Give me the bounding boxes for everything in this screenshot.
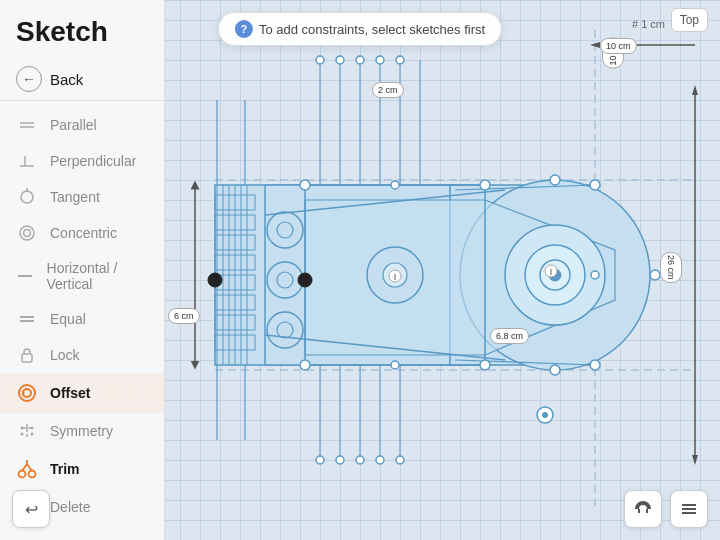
bottom-left-controls: ↩ — [12, 490, 50, 528]
equal-icon — [16, 310, 38, 328]
svg-point-71 — [316, 56, 324, 64]
svg-point-78 — [356, 456, 364, 464]
sidebar-item-concentric[interactable]: Concentric — [0, 215, 164, 251]
svg-rect-101 — [22, 354, 32, 362]
svg-point-79 — [376, 456, 384, 464]
offset-icon — [16, 382, 38, 404]
sidebar-item-equal[interactable]: Equal — [0, 301, 164, 337]
svg-marker-56 — [692, 85, 698, 95]
parallel-icon — [16, 116, 38, 134]
undo-button[interactable]: ↩ — [12, 490, 50, 528]
svg-text:I: I — [394, 272, 397, 282]
hv-label: Horizontal / Vertical — [47, 260, 148, 292]
scale-indicator: # 1 cm — [632, 18, 665, 30]
sidebar-item-parallel[interactable]: Parallel — [0, 107, 164, 143]
hv-icon — [16, 267, 35, 285]
lock-icon — [16, 346, 38, 364]
trim-icon — [16, 458, 38, 480]
svg-point-74 — [376, 56, 384, 64]
svg-point-70 — [208, 273, 222, 287]
svg-point-108 — [31, 433, 34, 436]
dimension-label-26cm: 26 cm — [660, 252, 682, 283]
svg-point-63 — [480, 360, 490, 370]
back-arrow-icon: ← — [16, 66, 42, 92]
trim-label: Trim — [50, 461, 80, 477]
tangent-label: Tangent — [50, 189, 100, 205]
sidebar-item-trim[interactable]: Trim — [0, 449, 164, 489]
svg-point-96 — [20, 226, 34, 240]
dimension-label-2cm: 2 cm — [372, 82, 404, 98]
app-title: Sketch — [0, 8, 164, 58]
bottom-right-controls — [624, 490, 708, 528]
tangent-icon — [16, 188, 38, 206]
svg-point-62 — [300, 360, 310, 370]
parallel-label: Parallel — [50, 117, 97, 133]
svg-point-110 — [29, 471, 36, 478]
svg-point-107 — [21, 433, 24, 436]
svg-point-76 — [316, 456, 324, 464]
sidebar-item-lock[interactable]: Lock — [0, 337, 164, 373]
svg-point-105 — [21, 427, 24, 430]
svg-marker-57 — [692, 455, 698, 465]
sidebar: Sketch ← Back Parallel Perpendicular — [0, 0, 165, 540]
svg-point-97 — [24, 230, 31, 237]
svg-point-106 — [31, 427, 34, 430]
back-label: Back — [50, 71, 83, 88]
symmetry-icon — [16, 422, 38, 440]
sidebar-item-horizontal-vertical[interactable]: Horizontal / Vertical — [0, 251, 164, 301]
perpendicular-label: Perpendicular — [50, 153, 136, 169]
svg-point-80 — [396, 456, 404, 464]
svg-point-61 — [480, 180, 490, 190]
symmetry-label: Symmetry — [50, 423, 113, 439]
perpendicular-icon — [16, 152, 38, 170]
svg-point-64 — [590, 180, 600, 190]
svg-point-75 — [396, 56, 404, 64]
svg-point-77 — [336, 456, 344, 464]
svg-point-84 — [391, 361, 399, 369]
sketch-canvas[interactable]: I I — [165, 0, 720, 540]
svg-point-65 — [590, 360, 600, 370]
top-label-panel: Top — [671, 8, 708, 32]
notification-text: To add constraints, select sketches firs… — [259, 22, 485, 37]
dimension-label-10cm: 10 cm — [600, 38, 637, 54]
dimension-label-6cm: 6 cm — [168, 308, 200, 324]
top-label-text: Top — [680, 13, 699, 27]
svg-point-66 — [650, 270, 660, 280]
equal-label: Equal — [50, 311, 86, 327]
svg-point-94 — [21, 191, 33, 203]
svg-point-73 — [356, 56, 364, 64]
svg-point-60 — [300, 180, 310, 190]
magnet-button[interactable] — [624, 490, 662, 528]
svg-point-67 — [550, 175, 560, 185]
svg-point-103 — [23, 389, 31, 397]
svg-line-112 — [27, 464, 32, 471]
lock-label: Lock — [50, 347, 80, 363]
svg-point-82 — [542, 412, 548, 418]
sidebar-item-tangent[interactable]: Tangent — [0, 179, 164, 215]
back-button[interactable]: ← Back — [0, 58, 164, 101]
sidebar-item-symmetry[interactable]: Symmetry — [0, 413, 164, 449]
dimension-label-68cm: 6.8 cm — [490, 328, 529, 344]
menu-button[interactable] — [670, 490, 708, 528]
delete-label: Delete — [50, 499, 90, 515]
sidebar-item-perpendicular[interactable]: Perpendicular — [0, 143, 164, 179]
svg-point-102 — [19, 385, 35, 401]
offset-label: Offset — [50, 385, 90, 401]
svg-text:I: I — [550, 267, 553, 277]
svg-point-72 — [336, 56, 344, 64]
svg-point-85 — [591, 271, 599, 279]
sidebar-item-offset[interactable]: Offset — [0, 373, 164, 413]
concentric-label: Concentric — [50, 225, 117, 241]
info-icon: ? — [235, 20, 253, 38]
svg-line-111 — [22, 464, 27, 471]
svg-point-109 — [19, 471, 26, 478]
svg-point-69 — [298, 273, 312, 287]
notification-bar: ? To add constraints, select sketches fi… — [218, 12, 502, 46]
concentric-icon — [16, 224, 38, 242]
svg-point-68 — [550, 365, 560, 375]
svg-point-83 — [391, 181, 399, 189]
